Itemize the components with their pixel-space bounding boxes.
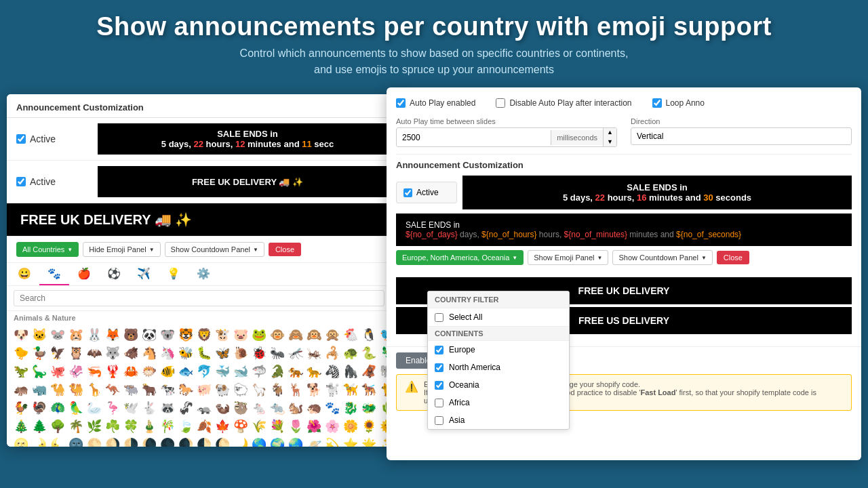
emoji-item[interactable]: 🐐	[269, 381, 286, 399]
emoji-item[interactable]: 🌸	[323, 418, 341, 435]
emoji-item[interactable]: 🌏	[287, 436, 304, 447]
emoji-item[interactable]: 🦩	[104, 399, 121, 417]
emoji-item[interactable]: 🐝	[177, 344, 195, 362]
emoji-item[interactable]: 🐳	[214, 363, 231, 380]
r-country-filter-button[interactable]: Europe, North America, Oceania ▼	[396, 250, 524, 265]
emoji-item[interactable]: 🦏	[31, 381, 48, 399]
emoji-item[interactable]: 🐂	[140, 381, 158, 399]
emoji-item[interactable]: 🌾	[250, 418, 268, 435]
emoji-item[interactable]: 🙊	[323, 326, 341, 344]
africa-checkbox[interactable]	[435, 399, 443, 407]
emoji-item[interactable]: 🐼	[140, 326, 158, 344]
emoji-item[interactable]: 🦍	[342, 363, 359, 380]
emoji-item[interactable]: 🐵	[269, 326, 286, 344]
emoji-item[interactable]: 🌴	[67, 418, 85, 435]
emoji-item[interactable]: 🦉	[67, 344, 85, 362]
emoji-item[interactable]: 💫	[323, 436, 341, 447]
show-countdown-button[interactable]: Show Countdown Panel ▼	[165, 242, 264, 257]
emoji-item[interactable]: 🦔	[305, 399, 323, 417]
emoji-item[interactable]: 🦚	[49, 399, 66, 417]
emoji-item[interactable]: 🐧	[360, 326, 378, 344]
emoji-item[interactable]: 🦄	[159, 344, 176, 362]
emoji-item[interactable]: 🦕	[31, 363, 48, 380]
emoji-item[interactable]: 🐉	[342, 399, 359, 417]
emoji-item[interactable]: 🌗	[122, 436, 140, 447]
continent-africa[interactable]: Africa	[428, 394, 569, 411]
emoji-item[interactable]: 🐮	[214, 326, 231, 344]
emoji-item[interactable]: 🌚	[67, 436, 85, 447]
r-show-countdown-button[interactable]: Show Countdown Panel ▼	[612, 250, 712, 265]
emoji-item[interactable]: 🐕‍🦺	[360, 381, 378, 399]
emoji-item[interactable]: 🦌	[287, 381, 304, 399]
emoji-item[interactable]: 🌻	[360, 418, 378, 435]
emoji-item[interactable]: 🌜	[49, 436, 66, 447]
emoji-item[interactable]: 🐤	[12, 344, 30, 362]
emoji-item[interactable]: ☘️	[104, 418, 121, 435]
emoji-item[interactable]: 🎍	[140, 418, 158, 435]
emoji-item[interactable]: 🌎	[250, 436, 268, 447]
emoji-item[interactable]: 🌝	[12, 436, 30, 447]
emoji-item[interactable]: 🐸	[250, 326, 268, 344]
emoji-item[interactable]: 🐴	[140, 344, 158, 362]
emoji-item[interactable]: 🌘	[140, 436, 158, 447]
emoji-tab-food[interactable]: 🍎	[69, 263, 99, 285]
emoji-item[interactable]: 🦈	[250, 363, 268, 380]
emoji-tab-symbols[interactable]: ⚙️	[189, 263, 218, 285]
emoji-item[interactable]: 🐓	[12, 399, 30, 417]
all-countries-button[interactable]: All Countries ▼	[16, 242, 79, 257]
emoji-item[interactable]: 🐃	[122, 381, 140, 399]
r-show-emoji-button[interactable]: Show Emoji Panel ▼	[528, 250, 608, 265]
emoji-item[interactable]: 🦀	[122, 363, 140, 380]
emoji-item[interactable]: 🐜	[269, 344, 286, 362]
emoji-item[interactable]: 🦐	[85, 363, 103, 380]
continent-oceania[interactable]: Oceania	[428, 376, 569, 394]
emoji-item[interactable]: 🦥	[232, 399, 250, 417]
select-all-checkbox[interactable]	[435, 313, 443, 322]
close-button[interactable]: Close	[269, 243, 301, 256]
emoji-item[interactable]: 🦃	[31, 399, 48, 417]
asia-checkbox[interactable]	[435, 416, 443, 425]
emoji-item[interactable]: 🌿	[85, 418, 103, 435]
autoplay-time-down[interactable]: ▼	[604, 138, 616, 147]
emoji-item[interactable]: 🎋	[159, 418, 176, 435]
emoji-item[interactable]: 🐋	[232, 363, 250, 380]
emoji-item[interactable]: 🐲	[360, 399, 378, 417]
disable-autoplay-checkbox[interactable]	[496, 98, 505, 108]
emoji-item[interactable]: 🍀	[122, 418, 140, 435]
emoji-item[interactable]: 🌓	[195, 436, 213, 447]
emoji-item[interactable]: 🐆	[305, 363, 323, 380]
emoji-tab-smileys[interactable]: 😀	[9, 263, 39, 285]
r-announcement1-checkbox[interactable]	[403, 188, 412, 197]
emoji-item[interactable]: 🦆	[31, 344, 48, 362]
emoji-item[interactable]: 🐾	[323, 399, 341, 417]
emoji-item[interactable]: ⭐	[342, 436, 359, 447]
emoji-item[interactable]: 🌑	[159, 436, 176, 447]
emoji-item[interactable]: 🦧	[360, 363, 378, 380]
emoji-item[interactable]: 🦛	[12, 381, 30, 399]
hide-emoji-button[interactable]: Hide Emoji Panel ▼	[83, 242, 160, 257]
emoji-item[interactable]: 🌙	[232, 436, 250, 447]
emoji-tab-objects[interactable]: 💡	[159, 263, 189, 285]
emoji-item[interactable]: 🐕	[305, 381, 323, 399]
emoji-item[interactable]: 🐙	[49, 363, 66, 380]
emoji-item[interactable]: 🪐	[305, 436, 323, 447]
emoji-item[interactable]: 🐱	[31, 326, 48, 344]
emoji-item[interactable]: 🌕	[85, 436, 103, 447]
emoji-item[interactable]: 🐭	[49, 326, 66, 344]
announcement2-checkbox[interactable]	[16, 177, 26, 186]
emoji-item[interactable]: 🙈	[287, 326, 304, 344]
emoji-item[interactable]: 🐔	[342, 326, 359, 344]
emoji-item[interactable]: 🐄	[159, 381, 176, 399]
emoji-tab-sports[interactable]: ⚽	[99, 263, 129, 285]
autoplay-enabled-checkbox[interactable]	[396, 98, 406, 108]
emoji-item[interactable]: 🙉	[305, 326, 323, 344]
europe-checkbox[interactable]	[435, 346, 443, 354]
emoji-item[interactable]: 🦙	[250, 381, 268, 399]
emoji-item[interactable]: 🌛	[31, 436, 48, 447]
emoji-item[interactable]: 🌲	[31, 418, 48, 435]
emoji-item[interactable]: 🦘	[104, 381, 121, 399]
emoji-item[interactable]: 🌼	[342, 418, 359, 435]
emoji-item[interactable]: 🐯	[177, 326, 195, 344]
emoji-item[interactable]: 🐶	[12, 326, 30, 344]
emoji-item[interactable]: 🦢	[85, 399, 103, 417]
